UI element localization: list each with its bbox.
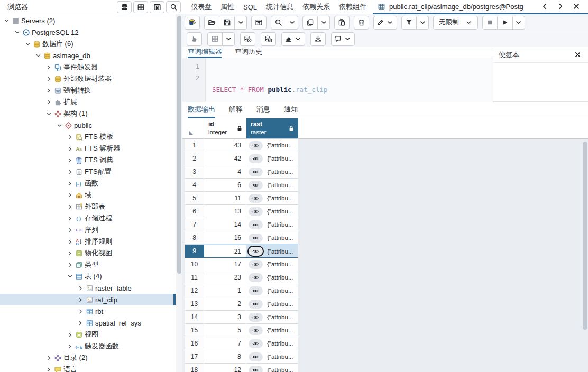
tree-item-6[interactable]: 69强制转换 xyxy=(0,85,176,96)
tree-item-28[interactable]: {≡}触发器函数 xyxy=(0,340,176,352)
copy-button[interactable] xyxy=(302,16,318,30)
tree-item-14[interactable]: (≡)函数 xyxy=(0,178,176,189)
id-cell[interactable]: 17 xyxy=(204,258,246,271)
row-number-cell[interactable]: 8 xyxy=(185,231,204,245)
object-tab-0[interactable]: 仪表盘 xyxy=(191,2,212,12)
scratch-pad-body[interactable] xyxy=(493,63,588,101)
id-cell[interactable]: 16 xyxy=(204,231,246,245)
id-cell[interactable]: 6 xyxy=(204,179,246,192)
rast-cell[interactable]: {"attribu... xyxy=(246,218,298,231)
scroll-tabs-left-button[interactable] xyxy=(538,1,551,13)
view-raster-button[interactable] xyxy=(249,339,263,348)
open-file-button[interactable] xyxy=(204,16,219,30)
id-cell[interactable]: 12 xyxy=(204,364,246,372)
row-limit-select[interactable]: 无限制 xyxy=(433,16,478,30)
tree-item-6[interactable]: 数据库 (6) xyxy=(0,38,176,50)
sidebar-scrollbar[interactable] xyxy=(176,14,182,372)
query-tool-doc-tab[interactable]: public.rat_clip/asimage_db/postgres@Post… xyxy=(373,0,536,14)
tree-item-4[interactable]: 表 (4) xyxy=(0,271,176,282)
id-cell[interactable]: 1 xyxy=(204,284,246,297)
rast-cell[interactable]: {"attribu... xyxy=(246,284,298,297)
row-number-cell[interactable]: 4 xyxy=(185,179,204,192)
tab-query-history[interactable]: 查询历史 xyxy=(235,47,262,58)
view-data-button[interactable] xyxy=(133,1,148,13)
caret-down-icon[interactable] xyxy=(66,272,74,281)
query-tool-button[interactable] xyxy=(117,1,132,13)
caret-down-icon[interactable] xyxy=(2,16,11,25)
id-cell[interactable]: 4 xyxy=(204,165,246,179)
id-cell[interactable]: 7 xyxy=(204,337,246,350)
caret-right-icon[interactable] xyxy=(66,133,74,141)
tree-item-asimage_db[interactable]: asimage_db xyxy=(0,50,176,61)
rast-cell[interactable]: {"attribu... xyxy=(246,231,298,245)
grid-scrollbar-thumb[interactable] xyxy=(583,142,587,330)
column-header-id[interactable]: id integer xyxy=(204,118,246,138)
paste-button[interactable] xyxy=(334,16,350,30)
column-header-rast[interactable]: rast raster xyxy=(246,118,298,138)
caret-right-icon[interactable] xyxy=(66,237,74,246)
scratch-pad-close-button[interactable] xyxy=(572,50,583,60)
view-raster-button[interactable] xyxy=(249,194,263,203)
table-options-chevron-button[interactable] xyxy=(223,32,235,46)
row-number-cell[interactable]: 18 xyxy=(185,364,204,372)
edit-menu-button[interactable] xyxy=(373,16,397,30)
caret-right-icon[interactable] xyxy=(76,319,85,327)
row-number-cell[interactable]: 6 xyxy=(185,205,204,218)
save-file-button[interactable] xyxy=(219,16,235,30)
results-tab-0[interactable]: 数据输出 xyxy=(188,102,215,118)
tree-item-20[interactable]: 物化视图 xyxy=(0,247,176,259)
row-number-cell[interactable]: 2 xyxy=(185,152,204,165)
id-cell[interactable]: 2 xyxy=(204,297,246,311)
id-cell[interactable]: 3 xyxy=(204,311,246,324)
clear-query-button[interactable] xyxy=(281,32,305,46)
row-number-cell[interactable]: 15 xyxy=(185,324,204,337)
filtered-rows-button[interactable] xyxy=(150,1,164,13)
caret-right-icon[interactable] xyxy=(44,75,53,83)
rast-cell[interactable]: {"attribu... xyxy=(246,324,298,337)
caret-right-icon[interactable] xyxy=(66,156,74,164)
rast-cell[interactable]: {"attribu... xyxy=(246,179,298,192)
table-options-button[interactable] xyxy=(207,32,223,46)
object-tab-2[interactable]: SQL xyxy=(243,3,257,11)
row-number-cell[interactable]: 14 xyxy=(185,311,204,324)
macros-button[interactable] xyxy=(331,32,355,46)
caret-down-icon[interactable] xyxy=(44,109,53,118)
tree-item-rat_clip[interactable]: rat_clip xyxy=(0,294,176,305)
find-button[interactable] xyxy=(271,16,286,30)
view-raster-button[interactable] xyxy=(249,207,263,216)
close-tab-button[interactable] xyxy=(570,1,583,13)
object-tab-5[interactable]: 依赖组件 xyxy=(339,2,366,12)
row-number-cell[interactable]: 10 xyxy=(185,258,204,271)
row-number-cell[interactable]: 12 xyxy=(185,284,204,297)
tree-item-public[interactable]: public xyxy=(0,119,176,131)
tree-item-15[interactable]: 域 xyxy=(0,189,176,201)
caret-right-icon[interactable] xyxy=(44,63,53,71)
row-number-cell[interactable]: 3 xyxy=(185,165,204,179)
tree-item-servers-2[interactable]: Servers (2) xyxy=(0,15,176,26)
row-number-cell[interactable]: 9 xyxy=(185,245,204,258)
rollback-button[interactable] xyxy=(261,32,276,46)
tree-item-fts[interactable]: FTS配置 xyxy=(0,166,176,178)
rast-cell[interactable]: {"attribu... xyxy=(246,139,298,152)
view-raster-button[interactable] xyxy=(249,260,263,269)
rast-cell[interactable]: {"attribu... xyxy=(246,165,298,179)
caret-right-icon[interactable] xyxy=(76,307,85,315)
row-number-cell[interactable]: 1 xyxy=(185,139,204,152)
sidebar-scrollbar-thumb[interactable] xyxy=(177,16,181,274)
caret-right-icon[interactable] xyxy=(66,249,74,257)
tree-item-27[interactable]: 视图 xyxy=(0,329,176,340)
rast-cell[interactable]: {"attribu... xyxy=(246,245,298,258)
caret-down-icon[interactable] xyxy=(23,40,32,48)
caret-right-icon[interactable] xyxy=(66,191,74,199)
rast-cell[interactable]: {"attribu... xyxy=(246,258,298,271)
tree-item-30[interactable]: 语言 xyxy=(0,364,176,372)
execute-button[interactable] xyxy=(498,16,513,30)
caret-right-icon[interactable] xyxy=(44,354,53,362)
new-query-tool-button[interactable] xyxy=(185,16,200,30)
tree-item-rbt[interactable]: rbt xyxy=(0,305,176,317)
scroll-tabs-right-button[interactable] xyxy=(554,1,567,13)
id-cell[interactable]: 11 xyxy=(204,192,246,205)
rast-cell[interactable]: {"attribu... xyxy=(246,350,298,364)
caret-right-icon[interactable] xyxy=(66,330,74,339)
copy-options-button[interactable] xyxy=(318,16,330,30)
